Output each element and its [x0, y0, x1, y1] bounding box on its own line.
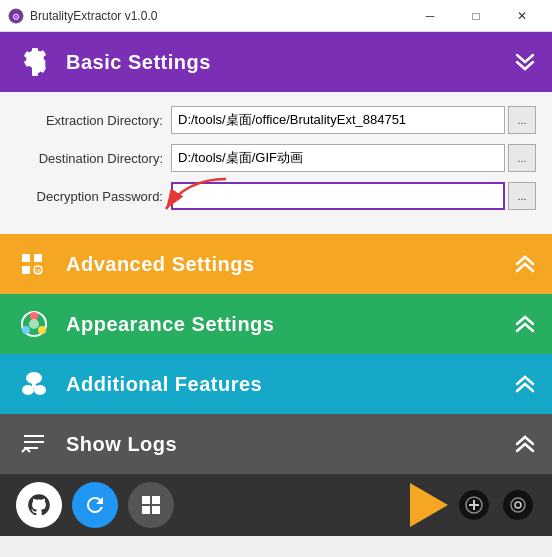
bottom-right-controls	[410, 483, 536, 527]
decryption-pwd-row: Decryption Password: ...	[16, 182, 536, 210]
title-bar: ⚙ BrutalityExtractor v1.0.0 ─ □ ✕	[0, 0, 552, 32]
svg-point-13	[29, 319, 39, 329]
logs-icon	[16, 426, 52, 462]
close-button[interactable]: ✕	[500, 0, 544, 32]
advanced-settings-title: Advanced Settings	[66, 253, 514, 276]
form-area: Extraction Directory: ... Destination Di…	[0, 92, 552, 234]
extraction-dir-browse[interactable]: ...	[508, 106, 536, 134]
svg-rect-3	[22, 254, 30, 262]
app-icon: ⚙	[8, 8, 24, 24]
minimize-button[interactable]: ─	[408, 0, 452, 32]
show-logs-chevron	[514, 434, 536, 454]
svg-rect-17	[32, 382, 36, 388]
settings-gear-icon	[16, 44, 52, 80]
svg-point-12	[22, 326, 30, 334]
github-button[interactable]	[16, 482, 62, 528]
advanced-settings-header[interactable]: ⚙ Advanced Settings	[0, 234, 552, 294]
appearance-settings-title: Appearance Settings	[66, 313, 514, 336]
extraction-dir-label: Extraction Directory:	[16, 113, 171, 128]
destination-dir-row: Destination Directory: ...	[16, 144, 536, 172]
svg-text:⚙: ⚙	[35, 268, 41, 275]
app-title: BrutalityExtractor v1.0.0	[30, 9, 408, 23]
advanced-settings-chevron	[514, 254, 536, 274]
basic-settings-header[interactable]: Basic Settings	[0, 32, 552, 92]
svg-rect-21	[142, 496, 150, 504]
destination-dir-input[interactable]	[171, 144, 505, 172]
destination-dir-label: Destination Directory:	[16, 151, 171, 166]
additional-features-header[interactable]: Additional Features	[0, 354, 552, 414]
extraction-dir-row: Extraction Directory: ...	[16, 106, 536, 134]
decryption-pwd-input[interactable]	[171, 182, 505, 210]
svg-text:⚙: ⚙	[12, 12, 20, 22]
svg-point-10	[30, 312, 38, 320]
extraction-dir-input[interactable]	[171, 106, 505, 134]
svg-rect-22	[152, 496, 160, 504]
svg-rect-23	[142, 506, 150, 514]
basic-settings-chevron	[514, 52, 536, 72]
maximize-button[interactable]: □	[454, 0, 498, 32]
extract-button[interactable]	[128, 482, 174, 528]
play-icon	[410, 483, 448, 527]
advanced-settings-icon: ⚙	[16, 246, 52, 282]
appearance-settings-chevron	[514, 314, 536, 334]
basic-settings-title: Basic Settings	[66, 51, 514, 74]
svg-rect-5	[22, 266, 30, 274]
appearance-settings-header[interactable]: Appearance Settings	[0, 294, 552, 354]
appearance-settings-icon	[16, 306, 52, 342]
play-button[interactable]	[410, 483, 448, 527]
window-controls: ─ □ ✕	[408, 0, 544, 32]
decryption-pwd-browse[interactable]: ...	[508, 182, 536, 210]
svg-point-11	[38, 326, 46, 334]
additional-features-chevron	[514, 374, 536, 394]
additional-features-icon	[16, 366, 52, 402]
circle-loop-button[interactable]	[500, 487, 536, 523]
additional-features-title: Additional Features	[66, 373, 514, 396]
refresh-button[interactable]	[72, 482, 118, 528]
show-logs-header[interactable]: Show Logs	[0, 414, 552, 474]
svg-rect-4	[34, 254, 42, 262]
destination-dir-browse[interactable]: ...	[508, 144, 536, 172]
svg-point-28	[511, 498, 525, 512]
decryption-pwd-label: Decryption Password:	[16, 189, 171, 204]
svg-rect-24	[152, 506, 160, 514]
show-logs-title: Show Logs	[66, 433, 514, 456]
circle-plus-button[interactable]	[456, 487, 492, 523]
bottom-bar	[0, 474, 552, 536]
